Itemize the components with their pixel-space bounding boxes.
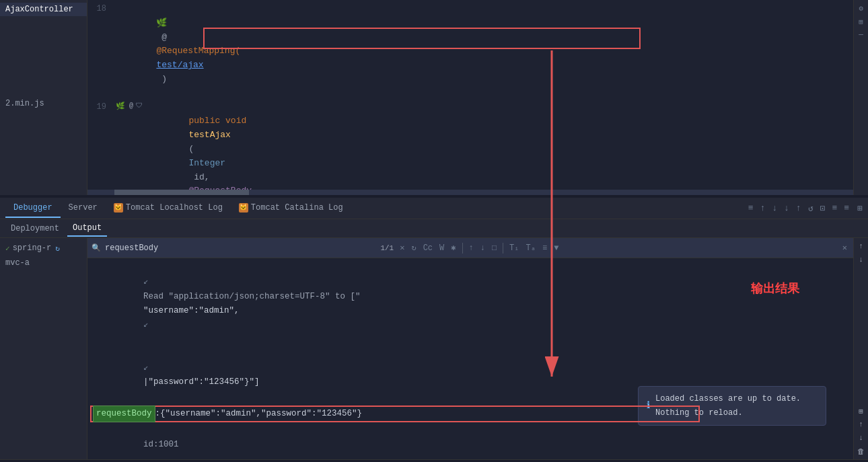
breakpoint-icon: 🌿 (114, 101, 126, 195)
debug-tab-bar: Debugger Server 🐱 Tomcat Localhost Log 🐱… (0, 198, 868, 219)
tab-icon-2[interactable]: ↑ (759, 202, 767, 215)
debug-left-sidebar: ✓ spring-r ↻ mvc-a (0, 238, 87, 459)
tomcat-icon-localhost: 🐱 (114, 203, 123, 213)
scroll-right2-icon[interactable]: ↑ (856, 419, 867, 430)
tab-icon-1[interactable]: ≡ (747, 202, 755, 215)
log-key-requestbody: requestBody (93, 406, 155, 422)
filter2-icon[interactable]: Tₐ (524, 241, 538, 254)
check-icon-spring: ✓ (5, 244, 10, 253)
tomcat-icon-catalina: 🐱 (239, 203, 248, 213)
wrap-icon[interactable]: □ (490, 242, 499, 254)
scrollbar-thumb[interactable] (114, 190, 249, 195)
tab-icon-8[interactable]: ≡ (831, 202, 839, 215)
search-icon: 🔍 (92, 243, 101, 252)
scroll-right1-icon[interactable]: ⊞ (856, 406, 867, 416)
filter1-icon[interactable]: Tᵢ (507, 241, 521, 254)
annotation-text: 输出结果 (751, 278, 799, 299)
funnel-icon[interactable]: ▼ (552, 242, 560, 254)
sidebar-item-minjs[interactable]: 2.min.js (0, 97, 87, 110)
sidebar-item-ajaxcontroller[interactable]: AjaxController (0, 3, 87, 16)
debug-main: 🔍 1/1 ✕ ↻ Cc W ✱ ↑ ↓ □ Tᵢ Tₐ ≡ (87, 238, 853, 459)
tab-bar-toolbar: ≡ ↑ ↓ ↓ ↑ ↺ ⊡ ≡ ≡ (747, 202, 851, 215)
editor-right-toolbar: ⚙ ⊞ ─ (853, 0, 868, 195)
status-bar: ▶ Run ☰ TODO ⚠ Problems 🌿 Spring ⏱ Profi… (0, 459, 868, 462)
trash-icon[interactable]: 🗑 (856, 446, 867, 457)
debug-right-toolbar: ↑ ↓ ⊞ ↑ ↓ 🗑 (853, 238, 868, 459)
close-search-icon[interactable]: ✕ (840, 241, 849, 254)
divider2 (503, 243, 503, 254)
tab-tomcat-localhost[interactable]: 🐱 Tomcat Localhost Log (106, 199, 231, 218)
sub-tab-bar: Deployment Output (0, 219, 868, 238)
layout-icon[interactable]: ⊞ (856, 16, 867, 27)
log-line-1: ↙ Read "application/json;charset=UTF-8" … (93, 261, 848, 347)
tab-icon-5[interactable]: ↑ (795, 202, 803, 215)
sub-tab-deployment[interactable]: Deployment (5, 221, 65, 236)
clear-search-icon[interactable]: ✕ (398, 241, 406, 254)
tab-icon-6[interactable]: ↺ (807, 202, 815, 215)
layout-right-icon[interactable]: ⊞ (857, 203, 863, 214)
code-horizontal-scrollbar[interactable] (87, 190, 853, 195)
code-line-19: 19 🌿 @ 🛡 public void testAjax ( Integer … (87, 101, 853, 195)
list-icon[interactable]: ≡ (540, 242, 549, 254)
scroll-right3-icon[interactable]: ↓ (856, 432, 867, 443)
tab-debugger[interactable]: Debugger (5, 199, 61, 218)
debug-panel: Debugger Server 🐱 Tomcat Localhost Log 🐱… (0, 198, 868, 459)
log-line-3-wrapper: requestBody :{"username":"admin","passwo… (93, 406, 848, 422)
search-bar: 🔍 1/1 ✕ ↻ Cc W ✱ ↑ ↓ □ Tᵢ Tₐ ≡ (87, 238, 853, 258)
regex-icon[interactable]: ✱ (449, 241, 458, 254)
tab-icon-3[interactable]: ↓ (770, 202, 779, 215)
code-line-18: 18 🌿 @ @RequestMapping( test/ajax ) (87, 3, 853, 101)
log-line-4: id:1001 (93, 424, 848, 459)
tab-icon-7[interactable]: ⊡ (819, 202, 827, 215)
log-line-3-highlighted: requestBody :{"username":"admin","passwo… (93, 406, 848, 422)
scroll-up-icon[interactable]: ↑ (856, 241, 867, 252)
tab-server[interactable]: Server (61, 199, 106, 218)
tab-icon-9[interactable]: ≡ (842, 202, 851, 215)
word-icon[interactable]: W (437, 242, 446, 254)
server-item-spring[interactable]: ✓ spring-r ↻ (0, 241, 87, 256)
prev-icon[interactable]: ↑ (467, 242, 476, 254)
refresh-search-icon[interactable]: ↻ (409, 241, 418, 254)
tab-icon-4[interactable]: ↓ (783, 202, 791, 215)
sub-tab-output[interactable]: Output (67, 221, 107, 237)
refresh-icon-spring[interactable]: ↻ (55, 244, 60, 253)
debug-icon: 🛡 (136, 101, 147, 195)
search-input[interactable] (105, 243, 376, 253)
code-editor: AjaxController 2.min.js ⚙ ⊞ ─ 18 🌿 @ @Re… (0, 0, 868, 195)
code-content-area: 18 🌿 @ @RequestMapping( test/ajax ) 19 🌿… (87, 0, 853, 195)
search-bar-icons: ✕ ↻ Cc W ✱ ↑ ↓ □ Tᵢ Tₐ ≡ ▼ (398, 241, 560, 254)
debug-content: ✓ spring-r ↻ mvc-a 🔍 1/1 ✕ ↻ Cc W (0, 238, 868, 459)
divider (462, 243, 463, 254)
tab-tomcat-catalina[interactable]: 🐱 Tomcat Catalina Log (231, 199, 351, 218)
scroll-down-icon[interactable]: ↓ (856, 254, 867, 265)
server-item-mvc[interactable]: mvc-a (0, 256, 87, 270)
search-count: 1/1 (380, 244, 394, 252)
next-icon[interactable]: ↓ (478, 242, 487, 254)
log-output: 输出结果 ↙ Read "application/json;charset=UT… (87, 258, 853, 459)
minimize-icon[interactable]: ─ (856, 30, 867, 40)
log-value: :{"username":"admin","password":"123456"… (155, 407, 363, 421)
file-sidebar: AjaxController 2.min.js (0, 0, 87, 195)
settings-icon[interactable]: ⚙ (856, 3, 867, 13)
case-icon[interactable]: Cc (421, 242, 435, 254)
